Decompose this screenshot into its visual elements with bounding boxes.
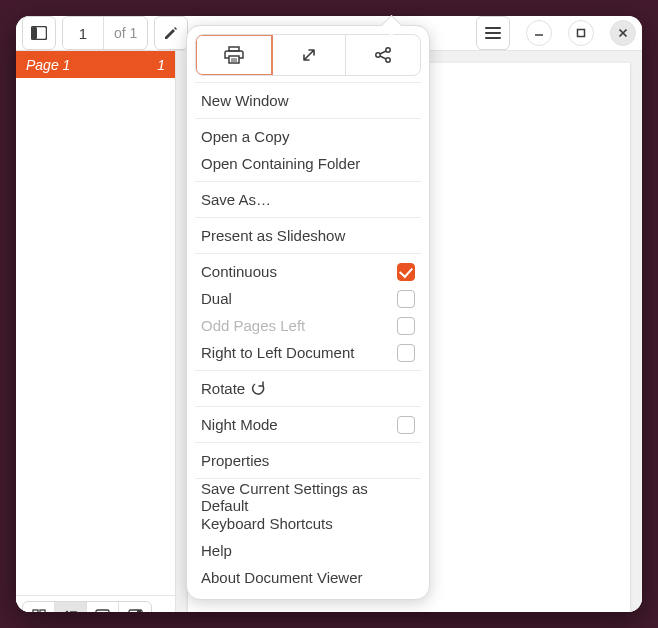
checkbox-unchecked-icon: [397, 290, 415, 308]
sidepanel-view-switcher: [22, 601, 152, 613]
window-minimize-button[interactable]: [526, 20, 552, 46]
menu-dual[interactable]: Dual: [195, 285, 421, 312]
svg-line-31: [380, 56, 386, 59]
share-button[interactable]: [346, 35, 420, 75]
menu-separator: [195, 82, 421, 83]
svg-rect-6: [578, 30, 585, 37]
thumbnail-label-selected[interactable]: Page 1 1: [16, 51, 175, 78]
menu-open-containing-folder[interactable]: Open Containing Folder: [195, 150, 421, 177]
menu-action-row: [195, 34, 421, 76]
menu-separator: [195, 217, 421, 218]
menu-rtl-document[interactable]: Right to Left Document: [195, 339, 421, 366]
menu-present-slideshow[interactable]: Present as Slideshow: [195, 222, 421, 249]
sidepanel-toolbar: [16, 595, 175, 612]
svg-point-29: [386, 58, 390, 62]
svg-line-30: [380, 51, 386, 54]
svg-rect-10: [40, 610, 45, 613]
menu-night-mode[interactable]: Night Mode: [195, 411, 421, 438]
share-icon: [374, 46, 392, 64]
fullscreen-button[interactable]: [272, 35, 347, 75]
menu-keyboard-shortcuts[interactable]: Keyboard Shortcuts: [195, 510, 421, 537]
thumbnail-name: Page 1: [26, 57, 70, 73]
printer-icon: [224, 46, 244, 64]
svg-rect-9: [33, 610, 38, 613]
svg-rect-19: [96, 610, 109, 612]
menu-new-window[interactable]: New Window: [195, 87, 421, 114]
page-total-label: of 1: [103, 17, 147, 49]
menu-help[interactable]: Help: [195, 537, 421, 564]
view-bookmarks-button[interactable]: [119, 602, 151, 613]
page-selector: of 1: [62, 16, 148, 50]
menu-odd-pages-left: Odd Pages Left: [195, 312, 421, 339]
svg-point-27: [386, 48, 390, 52]
svg-point-28: [376, 53, 380, 57]
toggle-sidepanel-button[interactable]: [22, 16, 56, 50]
hamburger-menu-button[interactable]: [476, 16, 510, 50]
svg-point-13: [65, 610, 68, 612]
menu-rotate[interactable]: Rotate: [195, 375, 421, 402]
menu-open-copy[interactable]: Open a Copy: [195, 123, 421, 150]
menu-separator: [195, 181, 421, 182]
view-thumbnails-button[interactable]: [23, 602, 55, 613]
menu-separator: [195, 370, 421, 371]
main-menu-popover: New Window Open a Copy Open Containing F…: [186, 25, 430, 600]
menu-about[interactable]: About Document Viewer: [195, 564, 421, 591]
checkbox-unchecked-icon: [397, 344, 415, 362]
menu-separator: [195, 442, 421, 443]
window-maximize-button[interactable]: [568, 20, 594, 46]
page-number-input[interactable]: [63, 17, 103, 49]
side-panel: Page 1 1: [16, 51, 176, 612]
thumbnail-number: 1: [157, 57, 165, 73]
checkbox-unchecked-icon: [397, 317, 415, 335]
menu-separator: [195, 406, 421, 407]
window-close-button[interactable]: [610, 20, 636, 46]
annotate-button[interactable]: [154, 16, 188, 50]
menu-separator: [195, 118, 421, 119]
print-button[interactable]: [195, 34, 273, 76]
rotate-cw-icon: [251, 381, 266, 396]
checkbox-checked-icon: [397, 263, 415, 281]
menu-save-settings-default[interactable]: Save Current Settings as Default: [195, 483, 421, 510]
menu-continuous[interactable]: Continuous: [195, 258, 421, 285]
menu-separator: [195, 253, 421, 254]
menu-properties[interactable]: Properties: [195, 447, 421, 474]
fullscreen-icon: [301, 47, 317, 63]
checkbox-unchecked-icon: [397, 416, 415, 434]
menu-save-as[interactable]: Save As…: [195, 186, 421, 213]
view-annotations-button[interactable]: [87, 602, 119, 613]
svg-rect-1: [32, 27, 37, 39]
view-outline-button[interactable]: [55, 602, 87, 613]
